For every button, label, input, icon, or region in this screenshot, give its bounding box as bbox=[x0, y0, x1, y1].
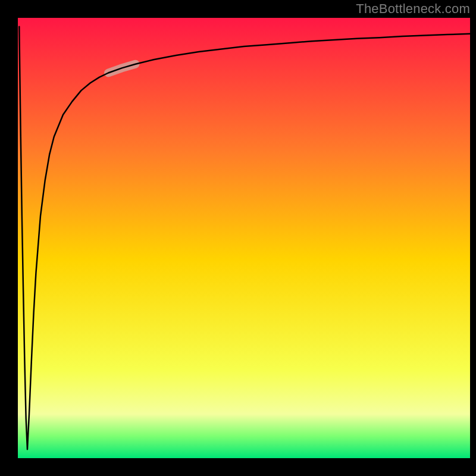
bottleneck-curve bbox=[19, 27, 470, 449]
plot-area bbox=[18, 18, 470, 458]
attribution-text: TheBottleneck.com bbox=[356, 1, 470, 17]
curve-layer bbox=[18, 18, 470, 458]
chart-stage: TheBottleneck.com bbox=[0, 0, 476, 476]
